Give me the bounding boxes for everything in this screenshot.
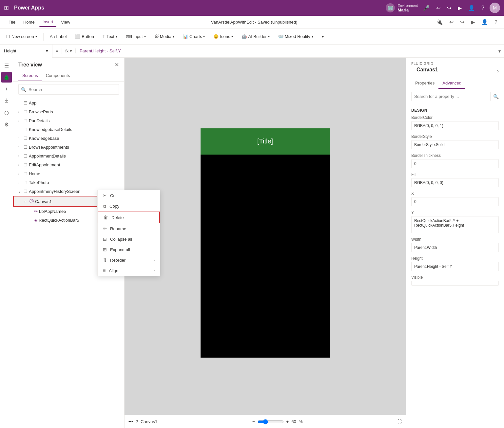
right-panel-expand-icon[interactable]: › [497, 68, 499, 74]
play-icon[interactable]: ▶ [456, 4, 463, 12]
delete-label: Delete [111, 215, 124, 220]
charts-button[interactable]: 📊 Charts ▾ [179, 32, 208, 41]
environment-label: Environment [397, 4, 418, 8]
property-search-input[interactable] [411, 92, 491, 101]
context-align[interactable]: ≡ Align › [98, 265, 160, 276]
takephoto-icon: ☐ [24, 180, 28, 185]
canvas-area[interactable]: [Title] ••• ? Canvas1 − + 60 % ⛶ [125, 58, 406, 428]
formula-expand-icon[interactable]: ▾ [495, 48, 504, 54]
prop-y-label: Y [411, 210, 499, 215]
phone-title: [Title] [257, 138, 273, 145]
tree-item-browseappointments[interactable]: › ☐ BrowseAppointments [13, 143, 124, 152]
formula-input[interactable]: Parent.Height - Self.Y [76, 48, 495, 53]
input-chevron: ▾ [144, 35, 146, 38]
bottom-question-icon[interactable]: ? [136, 419, 138, 424]
settings-icon[interactable]: ⚙ [1, 119, 12, 130]
menu-home[interactable]: Home [20, 18, 38, 27]
ai-builder-button[interactable]: 🤖 AI Builder ▾ [238, 32, 273, 41]
context-rename[interactable]: ✏ Rename [98, 223, 160, 234]
prop-height-value[interactable]: Parent.Height - Self.Y [411, 262, 499, 271]
tree-item-app[interactable]: ☰ App [13, 99, 124, 107]
tree-item-browseparts[interactable]: › ☐ BrowseParts [13, 107, 124, 116]
tree-item-knowledgebasedetails[interactable]: › ☐ KnowledgebaseDetails [13, 125, 124, 134]
context-cut[interactable]: ✂ Cut [98, 190, 160, 201]
button-button[interactable]: ⬜ Button [71, 32, 98, 41]
zoom-slider[interactable] [258, 419, 284, 424]
zoom-out-button[interactable]: − [252, 419, 255, 424]
undo-menu-icon[interactable]: ↩ [448, 18, 455, 27]
help-icon[interactable]: ? [480, 4, 486, 12]
context-collapse-all[interactable]: ⊟ Collapse all [98, 234, 160, 244]
tree-view-icon[interactable]: 🌲 [1, 72, 12, 83]
media-button[interactable]: 🖼 Media ▾ [151, 32, 178, 41]
text-chevron: ▾ [116, 35, 117, 38]
input-button[interactable]: ⌨ Input ▾ [122, 32, 149, 41]
prop-width-value[interactable]: Parent.Width [411, 243, 499, 252]
help-menu-icon[interactable]: ? [493, 18, 499, 27]
menu-view[interactable]: View [58, 18, 73, 27]
add-icon[interactable]: + [1, 84, 12, 94]
reorder-label: Reorder [110, 258, 126, 263]
tree-item-partdetails[interactable]: › ☐ PartDetails [13, 116, 124, 125]
tree-tab-screens[interactable]: Screens [18, 70, 42, 81]
tree-item-apptdetails[interactable]: › ☐ AppointmentDetails [13, 152, 124, 160]
redo-icon[interactable]: ↪ [446, 4, 453, 12]
tab-advanced[interactable]: Advanced [438, 78, 465, 89]
prop-x-value[interactable]: 0 [411, 197, 499, 206]
prop-borderstyle-label: BorderStyle [411, 134, 499, 139]
prop-borderthickness-value[interactable]: 0 [411, 159, 499, 168]
prop-bordercolor-value[interactable]: RGBA(0, 0, 0, 1) [411, 121, 499, 130]
prop-fill-value[interactable]: RGBA(0, 0, 0, 0) [411, 178, 499, 187]
context-expand-all[interactable]: ⊞ Expand all [98, 244, 160, 255]
redo-menu-icon[interactable]: ↪ [459, 18, 466, 27]
context-copy[interactable]: ⧉ Copy [98, 201, 160, 212]
tree-close-button[interactable]: ✕ [115, 62, 119, 68]
search-icon: 🔍 [21, 87, 26, 92]
context-reorder[interactable]: ⇅ Reorder › [98, 255, 160, 265]
prop-y-value[interactable]: RectQuickActionBar5.Y + RectQuickActionB… [411, 216, 499, 233]
fx-label: fx [65, 48, 68, 53]
play-menu-icon[interactable]: ▶ [470, 18, 476, 27]
tree-tab-components[interactable]: Components [42, 70, 74, 81]
menu-file[interactable]: File [5, 18, 19, 27]
partdetails-chevron: › [18, 119, 22, 122]
microphone-icon[interactable]: 🎤 [422, 4, 431, 12]
user-menu-icon[interactable]: 👤 [480, 18, 489, 27]
hamburger-icon[interactable]: ☰ [1, 60, 12, 71]
avatar[interactable]: M [490, 3, 500, 13]
menu-insert[interactable]: Insert [39, 17, 57, 27]
browseappt-icon: ☐ [24, 145, 28, 150]
tree-item-takephoto[interactable]: › ☐ TakePhoto [13, 178, 124, 187]
tree-search-input[interactable] [18, 84, 119, 95]
fullscreen-icon[interactable]: ⛶ [397, 419, 402, 424]
prop-visible-value[interactable] [411, 281, 499, 286]
tab-properties[interactable]: Properties [411, 78, 438, 89]
icons-button[interactable]: 😊 Icons ▾ [210, 32, 237, 41]
design-section-title: DESIGN [411, 104, 499, 115]
data-icon[interactable]: 🗄 [1, 96, 12, 106]
prop-borderstyle-value[interactable]: BorderStyle.Solid [411, 140, 499, 149]
tree-item-editappt[interactable]: › ☐ EditAppointment [13, 160, 124, 169]
label-button[interactable]: Aa Label [46, 32, 70, 41]
icons-icon: 😊 [213, 34, 219, 39]
context-delete[interactable]: 🗑 Delete [98, 212, 160, 223]
fx-indicator: fx ▾ [62, 48, 76, 53]
zoom-in-button[interactable]: + [286, 419, 289, 424]
right-panel-props: DESIGN BorderColor RGBA(0, 0, 0, 1) Bord… [406, 104, 504, 428]
property-selector[interactable]: Height ▾ [0, 45, 52, 58]
new-screen-button[interactable]: ☐ New screen ▾ [3, 32, 41, 41]
tree-item-home[interactable]: › ☐ Home [13, 169, 124, 178]
media-chevron: ▾ [173, 35, 174, 38]
label-icon: Aa [50, 34, 55, 39]
components-icon[interactable]: ⬡ [1, 107, 12, 118]
more-button[interactable]: ▾ [318, 32, 328, 41]
undo-icon[interactable]: ↩ [435, 4, 442, 12]
text-button[interactable]: T Text ▾ [99, 32, 121, 41]
prop-borderthickness-label: BorderThickness [411, 153, 499, 158]
mixed-reality-button[interactable]: 🥽 Mixed Reality ▾ [275, 32, 317, 41]
connect-icon[interactable]: 🔌 [435, 18, 444, 27]
tree-item-knowledgebase[interactable]: › ☐ Knowledgebase [13, 134, 124, 143]
waffle-icon[interactable]: ⊞ [4, 4, 9, 11]
user-icon[interactable]: 👤 [467, 4, 476, 12]
bottom-more-icon[interactable]: ••• [128, 419, 133, 424]
